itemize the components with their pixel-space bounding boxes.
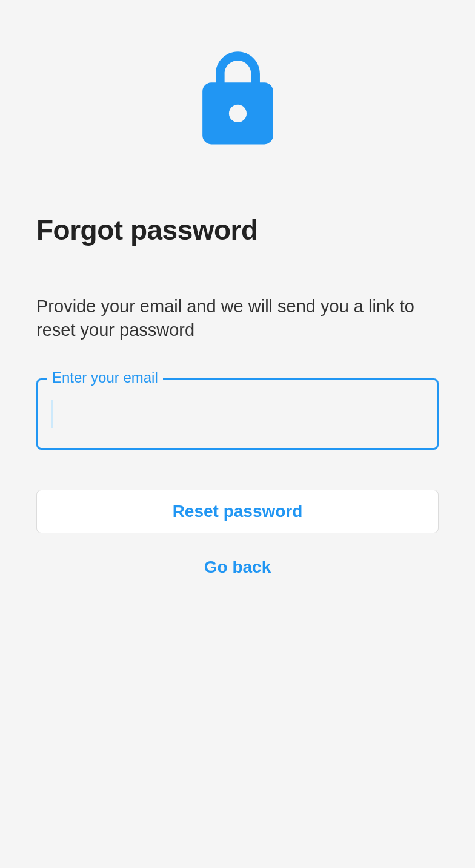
lock-icon-wrapper bbox=[36, 47, 439, 153]
reset-password-button[interactable]: Reset password bbox=[36, 490, 439, 533]
email-field[interactable] bbox=[36, 378, 439, 450]
lock-icon bbox=[185, 47, 291, 153]
forgot-password-screen: Forgot password Provide your email and w… bbox=[0, 0, 475, 577]
email-field-wrapper: Enter your email bbox=[36, 378, 439, 450]
email-field-label: Enter your email bbox=[47, 369, 163, 386]
instruction-text: Provide your email and we will send you … bbox=[36, 295, 439, 342]
go-back-link[interactable]: Go back bbox=[36, 557, 439, 577]
text-cursor bbox=[51, 400, 53, 428]
page-title: Forgot password bbox=[36, 214, 439, 246]
